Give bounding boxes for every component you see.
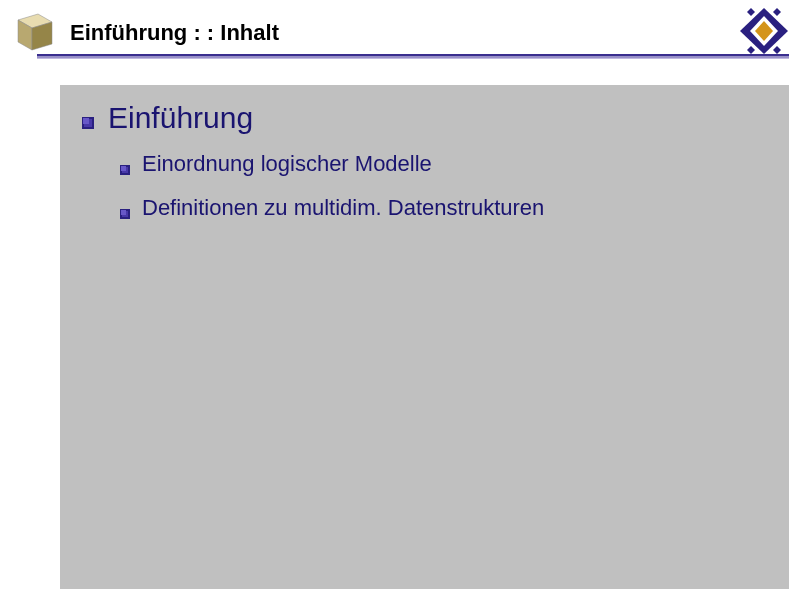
svg-marker-9 bbox=[773, 46, 781, 54]
outline-item-text: Definitionen zu multidim. Datenstrukture… bbox=[142, 195, 544, 221]
svg-rect-12 bbox=[83, 118, 89, 124]
outline-heading: Einführung bbox=[82, 101, 253, 135]
page-title: Einführung : : Inhalt bbox=[70, 20, 279, 46]
outline-heading-text: Einführung bbox=[108, 101, 253, 135]
outline-item: Definitionen zu multidim. Datenstrukture… bbox=[120, 195, 544, 221]
outline-item-text: Einordnung logischer Modelle bbox=[142, 151, 432, 177]
slide-header: Einführung : : Inhalt bbox=[0, 0, 794, 70]
bullet-icon bbox=[120, 205, 130, 215]
svg-marker-8 bbox=[747, 46, 755, 54]
slide-content: Einführung Einordnung logischer Modelle … bbox=[60, 85, 789, 589]
svg-marker-6 bbox=[747, 8, 755, 16]
diamond-logo-icon bbox=[738, 6, 790, 56]
svg-marker-7 bbox=[773, 8, 781, 16]
svg-rect-18 bbox=[121, 210, 126, 215]
cube-icon bbox=[8, 6, 58, 56]
header-underline-shadow bbox=[37, 58, 789, 59]
bullet-icon bbox=[82, 115, 94, 127]
svg-rect-15 bbox=[121, 166, 126, 171]
outline-item: Einordnung logischer Modelle bbox=[120, 151, 432, 177]
bullet-icon bbox=[120, 161, 130, 171]
